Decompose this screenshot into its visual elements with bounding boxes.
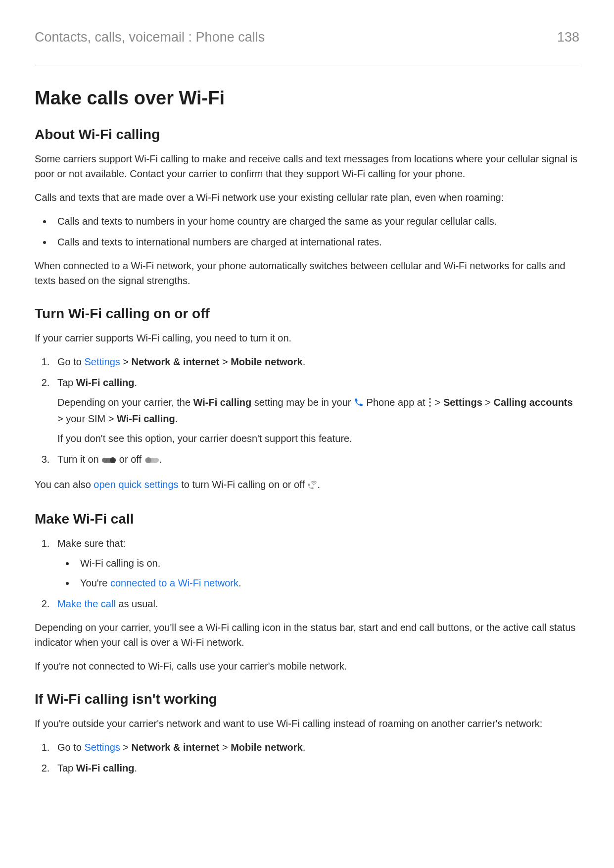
text: Make sure that: [57,538,126,549]
text: > [120,742,132,753]
text: Go to [57,742,84,753]
bold-text: Wi-Fi calling [117,413,175,424]
text: Depending on your carrier, the [57,397,193,408]
section-heading-trouble: If Wi-Fi calling isn't working [35,691,579,707]
turn-step-2-note: If you don't see this option, your carri… [57,431,579,446]
connected-wifi-link[interactable]: connected to a Wi-Fi network [110,578,238,588]
text: Turn it on [57,454,101,465]
svg-point-7 [313,484,314,485]
svg-point-0 [429,398,431,400]
text: > [219,742,231,753]
text: > [219,356,231,367]
about-bullet-2: Calls and texts to international numbers… [52,235,579,249]
text: Tap [57,377,76,388]
text: to turn Wi-Fi calling on or off [179,479,308,490]
bold-text: Mobile network [231,356,303,367]
make-the-call-link[interactable]: Make the call [57,598,116,609]
settings-link[interactable]: Settings [84,742,120,753]
make-paragraph-2: If you're not connected to Wi-Fi, calls … [35,659,579,674]
turn-step-1: Go to Settings > Network & internet > Mo… [52,354,579,369]
text: . [238,578,241,588]
about-bullet-list: Calls and texts to numbers in your home … [35,214,579,249]
text: > your SIM > [57,413,117,424]
about-paragraph-2: Calls and texts that are made over a Wi-… [35,190,579,205]
text: setting may be in your [251,397,354,408]
text: > [120,356,132,367]
make-step-1-sublist: Wi-Fi calling is on. You're connected to… [57,556,579,590]
trouble-steps-list: Go to Settings > Network & internet > Mo… [35,740,579,775]
bold-text: Network & internet [132,742,220,753]
text: . [303,742,306,753]
make-paragraph-1: Depending on your carrier, you'll see a … [35,620,579,650]
trouble-step-1: Go to Settings > Network & internet > Mo… [52,740,579,755]
turn-paragraph-1: If your carrier supports Wi-Fi calling, … [35,331,579,345]
more-vert-icon [428,396,432,411]
bold-text: Wi-Fi calling [76,763,135,773]
bold-text: Settings [443,397,482,408]
text: or off [119,454,144,465]
bold-text: Network & internet [132,356,220,367]
svg-point-1 [429,401,431,403]
about-paragraph-1: Some carriers support Wi-Fi calling to m… [35,151,579,181]
bold-text: Wi-Fi calling [76,377,135,388]
make-step-1: Make sure that: Wi-Fi calling is on. You… [52,536,579,590]
header-divider [35,65,579,65]
text: You're [80,578,110,588]
turn-paragraph-2: You can also open quick settings to turn… [35,477,579,493]
about-paragraph-3: When connected to a Wi-Fi network, your … [35,258,579,288]
text: Go to [57,356,84,367]
trouble-paragraph-1: If you're outside your carrier's network… [35,716,579,731]
text: > [432,397,443,408]
section-heading-make: Make Wi-Fi call [35,511,579,527]
text: > [482,397,494,408]
about-bullet-1: Calls and texts to numbers in your home … [52,214,579,229]
text: Tap [57,763,76,773]
make-step-1-sub-1: Wi-Fi calling is on. [75,556,579,571]
turn-step-3: Turn it on or off . [52,452,579,468]
bold-text: Mobile network [231,742,303,753]
turn-steps-list: Go to Settings > Network & internet > Mo… [35,354,579,468]
settings-link[interactable]: Settings [84,356,120,367]
turn-step-2: Tap Wi-Fi calling. Depending on your car… [52,375,579,446]
open-quick-settings-link[interactable]: open quick settings [94,479,178,490]
text: . [303,356,306,367]
section-heading-turn: Turn Wi-Fi calling on or off [35,306,579,322]
phone-icon [354,396,364,411]
make-step-1-sub-2: You're connected to a Wi-Fi network. [75,576,579,590]
svg-point-4 [110,457,116,463]
text: You can also [35,479,94,490]
wifi-calling-icon [307,479,317,493]
make-step-2: Make the call as usual. [52,596,579,611]
text: as usual. [116,598,158,609]
breadcrumb: Contacts, calls, voicemail : Phone calls [35,30,265,45]
svg-point-2 [429,405,431,407]
page-header: Contacts, calls, voicemail : Phone calls… [35,30,579,45]
bold-text: Wi-Fi calling [193,397,252,408]
page-number: 138 [557,30,579,45]
turn-step-2-sub: Depending on your carrier, the Wi-Fi cal… [57,395,579,426]
text: Phone app at [364,397,428,408]
trouble-step-2: Tap Wi-Fi calling. [52,761,579,775]
section-heading-about: About Wi-Fi calling [35,127,579,143]
text: . [175,413,178,424]
svg-point-6 [145,457,151,463]
text: . [134,763,137,773]
page-title: Make calls over Wi-Fi [35,88,579,109]
text: . [134,377,137,388]
make-steps-list: Make sure that: Wi-Fi calling is on. You… [35,536,579,611]
toggle-on-icon [101,453,116,468]
bold-text: Calling accounts [494,397,573,408]
text: . [317,479,320,490]
text: . [159,454,162,465]
toggle-off-icon [144,453,159,468]
